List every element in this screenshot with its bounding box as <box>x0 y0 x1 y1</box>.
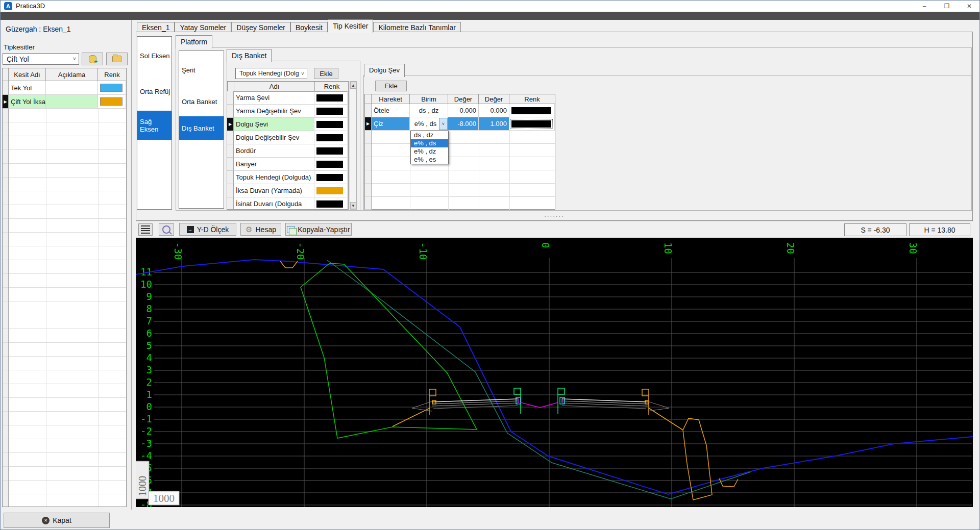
color-swatch[interactable] <box>511 107 551 114</box>
cell-hareket[interactable]: Çiz <box>372 117 410 131</box>
open-typesection-button[interactable] <box>106 53 128 65</box>
cell-element-name[interactable]: İksa Duvarı (Yarmada) <box>234 184 314 197</box>
cell-renk[interactable] <box>314 184 348 197</box>
list-item-dis-banket[interactable]: Dış Banket <box>179 116 224 140</box>
color-swatch[interactable] <box>316 121 343 128</box>
col-header-aciklama[interactable]: Açıklama <box>46 68 98 81</box>
row-marker-selected[interactable]: ▶ <box>3 95 9 109</box>
row-marker-selected[interactable]: ▶ <box>227 118 234 131</box>
cell-renk[interactable] <box>509 104 555 117</box>
cell-element-name[interactable]: Yarma Değişebilir Şev <box>234 105 314 118</box>
yd-scale-button[interactable]: Y-D Ölçek <box>179 223 236 236</box>
color-swatch[interactable] <box>100 97 122 106</box>
element-table-scrollbar[interactable]: ▲ ▼ <box>350 81 357 210</box>
compute-button[interactable]: ⚙ Hesap <box>240 223 281 236</box>
cell-renk-focused[interactable] <box>509 117 555 131</box>
color-swatch[interactable] <box>511 120 551 128</box>
cell-hareket[interactable]: Ötele <box>372 104 410 117</box>
col-header-renk[interactable]: Renk <box>98 68 126 81</box>
element-row[interactable]: İsinat Duvarı (Dolguda <box>227 197 348 209</box>
col-header-deger2[interactable]: Değer <box>479 94 509 104</box>
cell-birim-editor[interactable]: e% , ds ˅ <box>410 117 448 131</box>
col-header-renk[interactable]: Renk <box>315 82 349 92</box>
color-swatch[interactable] <box>316 134 343 141</box>
section-canvas-svg[interactable]: 11109876543210-1-2-3-4-5-6-7-8-30-20-100… <box>136 238 973 507</box>
cell-element-name[interactable]: Bariyer <box>234 158 314 171</box>
col-header-adi[interactable]: Adı <box>234 82 315 92</box>
cell-renk[interactable] <box>314 91 348 105</box>
element-row[interactable]: Bariyer <box>227 158 348 171</box>
cell-element-name[interactable]: Dolgu Şevi <box>234 118 314 131</box>
cell-element-name[interactable]: Bordür <box>234 144 314 158</box>
cell-renk[interactable] <box>98 81 126 95</box>
cell-element-name[interactable]: Dolgu Değişebilir Şev <box>234 131 314 144</box>
row-marker[interactable] <box>227 184 234 197</box>
row-marker[interactable] <box>3 81 9 95</box>
vertical-splitter[interactable] <box>131 20 132 510</box>
cell-deger2[interactable]: 1.000 <box>479 117 509 131</box>
row-marker[interactable] <box>227 197 234 209</box>
color-swatch[interactable] <box>316 174 343 181</box>
birim-option-epct-es[interactable]: e% , es <box>411 156 448 164</box>
cell-deger2[interactable]: 0.000 <box>479 104 509 117</box>
scroll-up-icon[interactable]: ▲ <box>350 82 356 89</box>
row-marker[interactable] <box>227 105 234 118</box>
add-element-button[interactable]: Ekle <box>314 68 338 79</box>
row-marker-selected[interactable]: ▶ <box>365 117 372 131</box>
col-header-birim[interactable]: Birim <box>410 94 448 104</box>
row-marker[interactable] <box>227 171 234 184</box>
row-marker[interactable] <box>227 158 234 171</box>
row-marker[interactable] <box>227 131 234 144</box>
cell-kesit-adi[interactable]: Çift Yol İksa... <box>9 95 46 109</box>
col-header-kesit-adi[interactable]: Kesit Adı <box>9 68 46 81</box>
element-row[interactable]: Dolgu Değişebilir Şev <box>227 131 348 144</box>
element-row[interactable]: ▶Dolgu Şevi <box>227 118 348 131</box>
tab-tip-kesitler[interactable]: Tip Kesitler <box>328 19 374 33</box>
tab-dolgu-sev[interactable]: Dolgu Şev <box>364 64 405 77</box>
cell-renk[interactable] <box>314 158 348 171</box>
cell-deger1[interactable]: -8.000 <box>448 117 479 131</box>
cell-renk[interactable] <box>314 131 348 144</box>
tab-platform[interactable]: Platform <box>176 35 212 48</box>
cell-element-name[interactable]: Topuk Hendegi (Dolguda) <box>234 171 314 184</box>
close-panel-button[interactable]: ✕ Kapat <box>4 513 110 528</box>
row-marker[interactable] <box>227 144 234 158</box>
add-row-button[interactable]: Ekle <box>375 81 407 91</box>
cell-renk[interactable] <box>314 105 348 118</box>
col-header-deger1[interactable]: Değer <box>448 94 479 104</box>
birim-option-epct-ds[interactable]: e% , ds <box>411 139 448 147</box>
zoom-100-button[interactable] <box>159 223 174 236</box>
horizontal-splitter[interactable]: ······· <box>136 213 973 219</box>
element-row[interactable]: Yarma Şevi <box>227 91 348 105</box>
cell-birim[interactable]: ds , dz <box>410 104 448 117</box>
birim-option-epct-dz[interactable]: e% , dz <box>411 147 448 156</box>
color-swatch[interactable] <box>316 161 343 168</box>
element-row[interactable]: Yarma Değişebilir Şev <box>227 105 348 118</box>
cell-renk[interactable] <box>314 197 348 209</box>
close-button[interactable]: ✕ <box>958 1 980 12</box>
birim-option-ds-dz[interactable]: ds , dz <box>411 131 448 139</box>
maximize-button[interactable]: ❐ <box>936 1 958 12</box>
cell-renk[interactable] <box>314 118 348 131</box>
col-header-renk[interactable]: Renk <box>509 94 555 104</box>
element-row[interactable]: Topuk Hendegi (Dolguda) <box>227 171 348 184</box>
cell-renk[interactable] <box>98 95 126 109</box>
cell-aciklama[interactable] <box>46 95 98 109</box>
element-row[interactable]: Bordür <box>227 144 348 158</box>
list-item-sol-eksen[interactable]: Sol Eksen <box>137 52 172 60</box>
menu-button[interactable] <box>138 223 153 236</box>
color-swatch[interactable] <box>316 147 343 155</box>
row-marker[interactable] <box>365 104 372 117</box>
typesection-dropdown[interactable]: Çift Yol ˅ <box>3 53 79 65</box>
list-item-sag-eksen[interactable]: Sağ Eksen <box>137 111 172 140</box>
add-typesection-button[interactable] <box>82 53 103 65</box>
cell-aciklama[interactable] <box>46 81 98 95</box>
element-row[interactable]: İksa Duvarı (Yarmada) <box>227 184 348 197</box>
cell-renk[interactable] <box>314 171 348 184</box>
copy-paste-button[interactable]: Kopyala-Yapıştır <box>285 223 352 236</box>
color-swatch[interactable] <box>316 94 343 102</box>
list-item-serit[interactable]: Şerit <box>179 66 224 74</box>
list-item-orta-banket[interactable]: Orta Banket <box>179 98 224 106</box>
cell-deger1[interactable]: 0.000 <box>448 104 479 117</box>
col-header-hareket[interactable]: Hareket <box>372 94 410 104</box>
